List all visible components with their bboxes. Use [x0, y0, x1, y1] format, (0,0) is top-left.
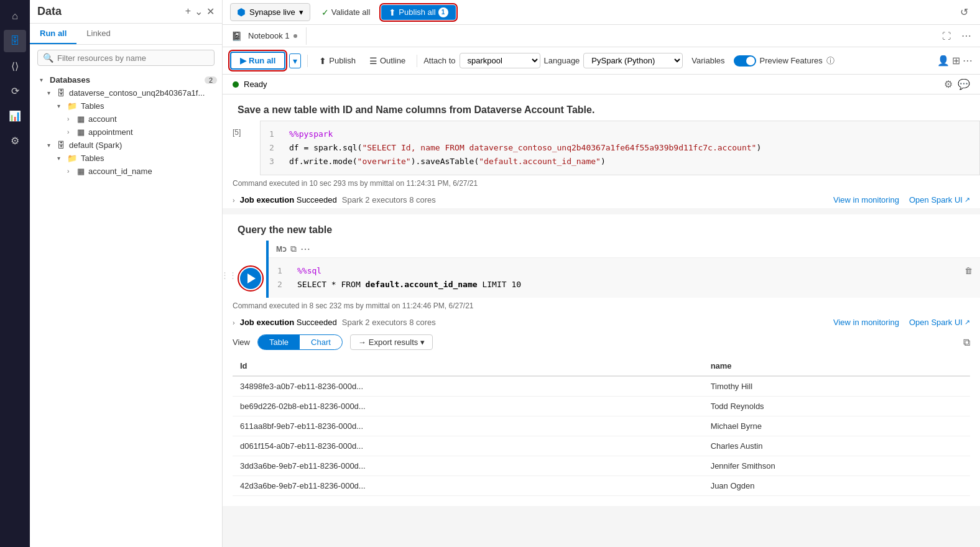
- code-text: %%pyspark: [289, 127, 333, 141]
- manage-icon[interactable]: ⚙: [4, 129, 26, 152]
- expand-icon[interactable]: ⛶: [938, 27, 955, 45]
- layout-icon[interactable]: ⊞: [952, 55, 960, 67]
- tab-workspace[interactable]: Run all: [30, 24, 76, 44]
- chevron-right-icon[interactable]: ›: [233, 196, 235, 204]
- tab-linked[interactable]: Linked: [76, 24, 120, 44]
- result-table: Id name 34898fe3-a0b7-eb11-8236-000d...T…: [233, 356, 970, 496]
- cell-2-content: Mↄ ⧉ ⋯ 🗑 1 %%sql 2 SELECT * FROM de: [266, 241, 980, 298]
- line-number: 1: [269, 127, 279, 141]
- tree-db1[interactable]: ▾ 🗄 dataverse_contoso_unq2b40367a1f...: [30, 86, 222, 99]
- cell-run-button[interactable]: [240, 268, 261, 289]
- export-chevron-icon: ▾: [420, 338, 425, 347]
- copy-cell-icon[interactable]: ⧉: [290, 244, 297, 254]
- table-cell: 611aa8bf-9eb7-eb11-8236-000d...: [233, 416, 703, 436]
- code-block-2: 🗑 1 %%sql 2 SELECT * FROM default.accoun…: [269, 258, 980, 298]
- integrate-icon[interactable]: ⟳: [4, 80, 26, 102]
- notebook-tab[interactable]: 📓 Notebook 1: [223, 27, 307, 45]
- refresh-icon[interactable]: ↺: [955, 4, 973, 21]
- home-icon[interactable]: ⌂: [4, 5, 26, 27]
- execution-info-1: Command executed in 10 sec 293 ms by mmi…: [223, 175, 980, 191]
- drag-handle[interactable]: ⋮⋮: [223, 241, 235, 280]
- tab-bar-actions: ⛶ ⋯: [938, 27, 980, 45]
- table-view-button[interactable]: Table: [258, 335, 300, 349]
- run-dropdown-icon[interactable]: ▾: [289, 53, 301, 68]
- collapse-icon[interactable]: ⌄: [195, 6, 203, 17]
- export-results-button[interactable]: → Export results ▾: [350, 334, 433, 350]
- export-label: Export results: [369, 338, 418, 347]
- copy-results-icon[interactable]: ⧉: [963, 337, 970, 348]
- top-bar: ⬢ Synapse live ▾ ✓ Validate all ⬆ Publis…: [223, 0, 980, 25]
- search-input[interactable]: [57, 53, 209, 63]
- code-line-2: 2 df = spark.sql("SELECT Id, name FROM d…: [269, 141, 971, 155]
- synapse-icon: ⬢: [237, 6, 246, 18]
- publish-button[interactable]: ⬆ Publish: [314, 53, 361, 68]
- more-cell-icon[interactable]: ⋯: [300, 243, 310, 255]
- preview-toggle[interactable]: [734, 55, 756, 67]
- data-icon[interactable]: 🗄: [4, 30, 26, 52]
- tree-tables2[interactable]: ▾ 📁 Tables: [30, 152, 222, 165]
- db1-label: dataverse_contoso_unq2b40367a1f...: [69, 88, 205, 98]
- tree-db2[interactable]: ▾ 🗄 default (Spark): [30, 139, 222, 152]
- settings-icon[interactable]: ⚙: [944, 78, 953, 90]
- validate-all-button[interactable]: ✓ Validate all: [315, 5, 377, 20]
- outline-icon: ☰: [369, 56, 377, 66]
- chevron-down-icon: ▾: [47, 142, 55, 149]
- chart-view-button[interactable]: Chart: [300, 335, 342, 349]
- table-cell: 42d3a6be-9eb7-eb11-8236-000d...: [233, 476, 703, 496]
- code-text: SELECT * FROM default.account_id_name LI…: [297, 278, 521, 292]
- tree-account[interactable]: › ▦ account: [30, 113, 222, 126]
- tree-tables1[interactable]: ▾ 📁 Tables: [30, 99, 222, 113]
- view-label: View: [233, 338, 250, 347]
- table-icon: ▦: [77, 167, 85, 176]
- synapse-live-button[interactable]: ⬢ Synapse live ▾: [230, 3, 310, 21]
- file-tree: ▾ Databases 2 ▾ 🗄 dataverse_contoso_unq2…: [30, 71, 222, 547]
- database-icon: 🗄: [57, 140, 65, 150]
- spark-info: Spark 2 executors 8 cores: [342, 195, 436, 205]
- result-area: View Table Chart → Export results ▾ ⧉: [223, 334, 980, 506]
- delete-cell-icon[interactable]: 🗑: [964, 264, 973, 278]
- more-icon[interactable]: ⋯: [958, 27, 975, 45]
- tree-appointment[interactable]: › ▦ appointment: [30, 126, 222, 139]
- job-label-2: Job execution Succeeded: [240, 318, 337, 327]
- run-all-label: Run all: [249, 56, 275, 65]
- appointment-label: appointment: [88, 127, 133, 137]
- tables1-label: Tables: [81, 101, 104, 111]
- view-toggle-bar: View Table Chart → Export results ▾ ⧉: [233, 334, 970, 350]
- run-all-button[interactable]: ▶ Run all: [230, 52, 285, 70]
- close-icon[interactable]: ✕: [206, 6, 215, 17]
- info-icon[interactable]: ⓘ: [826, 55, 834, 67]
- tree-databases[interactable]: ▾ Databases 2: [30, 73, 222, 86]
- outline-button[interactable]: ☰ Outline: [364, 53, 410, 68]
- account-id-name-label: account_id_name: [88, 167, 152, 176]
- develop-icon[interactable]: ⟨⟩: [4, 55, 26, 77]
- tree-account-id-name[interactable]: › ▦ account_id_name: [30, 165, 222, 178]
- main-area: ⬢ Synapse live ▾ ✓ Validate all ⬆ Publis…: [223, 0, 980, 547]
- line-number: 1: [277, 264, 287, 278]
- view-monitoring-link[interactable]: View in monitoring: [833, 195, 899, 205]
- monitor-icon[interactable]: 📊: [4, 104, 26, 127]
- view-monitoring-link-2[interactable]: View in monitoring: [833, 318, 899, 327]
- markdown-icon[interactable]: Mↄ: [276, 245, 287, 254]
- table-row: 34898fe3-a0b7-eb11-8236-000d...Timothy H…: [233, 376, 970, 397]
- table-row: 611aa8bf-9eb7-eb11-8236-000d...Michael B…: [233, 416, 970, 436]
- ellipsis-icon[interactable]: ⋯: [963, 55, 973, 67]
- feedback-icon[interactable]: 💬: [958, 78, 970, 90]
- variables-button[interactable]: Variables: [686, 53, 729, 68]
- open-spark-ui-link-2[interactable]: Open Spark UI ↗: [909, 318, 970, 327]
- chevron-down-icon: ▾: [299, 7, 303, 17]
- chevron-right-icon[interactable]: ›: [233, 319, 235, 326]
- attach-to-label: Attach to: [423, 56, 455, 65]
- sidebar-tabs: Run all Linked: [30, 24, 222, 45]
- section1-heading: Save a new table with ID and Name column…: [223, 94, 980, 121]
- add-icon[interactable]: +: [185, 6, 191, 17]
- attach-to-select[interactable]: sparkpool: [460, 53, 540, 68]
- open-spark-ui-link[interactable]: Open Spark UI ↗: [909, 195, 970, 205]
- person-icon[interactable]: 👤: [937, 55, 950, 67]
- toolbar-end-icons: 👤 ⊞ ⋯: [937, 55, 973, 67]
- variables-label: Variables: [691, 56, 724, 65]
- language-select[interactable]: PySpark (Python): [583, 53, 683, 68]
- spark-info-2: Spark 2 executors 8 cores: [342, 318, 436, 327]
- publish-all-button[interactable]: ⬆ Publish all 1: [381, 5, 455, 20]
- chevron-right-icon: ›: [67, 168, 75, 175]
- view-toggle-buttons: Table Chart: [257, 334, 343, 350]
